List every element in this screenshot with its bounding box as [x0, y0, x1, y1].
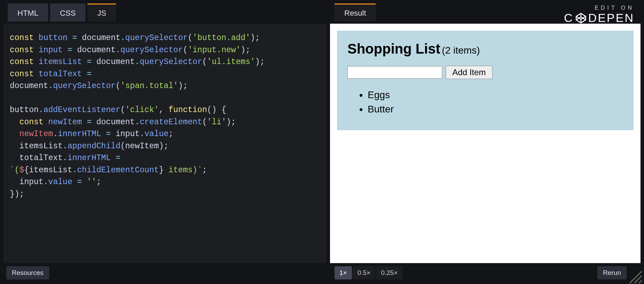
editor-tabs: HTML CSS JS Result EDIT ON C — [3, 3, 641, 22]
items-list: Eggs Butter — [368, 88, 623, 116]
resize-handle-icon[interactable] — [627, 268, 642, 283]
list-item: Butter — [368, 102, 623, 117]
edit-on-codepen[interactable]: EDIT ON C DEPEN — [564, 5, 634, 25]
tab-css[interactable]: CSS — [50, 3, 85, 22]
codepen-cube-icon — [575, 12, 587, 24]
logo-text-left: C — [564, 11, 574, 25]
tab-result[interactable]: Result — [335, 3, 376, 22]
shopping-card: Shopping List (2 items) Add Item Eggs Bu… — [337, 31, 634, 130]
resources-button[interactable]: Resources — [6, 266, 49, 279]
code-editor[interactable]: const button = document.querySelector('b… — [3, 24, 327, 263]
code-tabs: HTML CSS JS — [8, 3, 116, 22]
result-preview: Shopping List (2 items) Add Item Eggs Bu… — [330, 24, 641, 263]
add-item-button[interactable]: Add Item — [446, 66, 492, 79]
tab-js[interactable]: JS — [87, 3, 116, 22]
code-content: const button = document.querySelector('b… — [10, 32, 320, 200]
bottom-bar: Resources 1× 0.5× 0.25× Rerun — [3, 265, 641, 281]
shopping-title: Shopping List — [347, 41, 440, 56]
shopping-count: (2 items) — [442, 45, 480, 56]
codepen-logo: C DEPEN — [564, 11, 634, 25]
tab-html[interactable]: HTML — [8, 3, 48, 22]
zoom-025x[interactable]: 0.25× — [376, 266, 402, 279]
edit-on-label: EDIT ON — [564, 5, 634, 11]
rerun-button[interactable]: Rerun — [597, 266, 627, 279]
new-item-input[interactable] — [347, 66, 442, 79]
zoom-1x[interactable]: 1× — [335, 266, 352, 279]
main-panes: const button = document.querySelector('b… — [3, 24, 641, 263]
zoom-controls: 1× 0.5× 0.25× — [335, 266, 403, 279]
list-item: Eggs — [368, 88, 623, 102]
logo-text-right: DEPEN — [588, 11, 634, 25]
zoom-05x[interactable]: 0.5× — [353, 266, 376, 279]
svg-line-5 — [639, 280, 642, 283]
